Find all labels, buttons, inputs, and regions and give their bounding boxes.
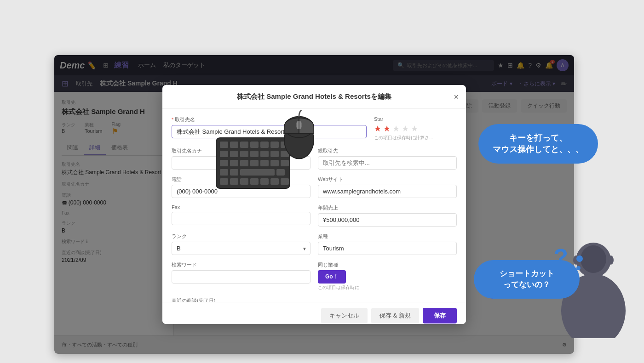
rank-label-modal: ランク — [172, 233, 310, 240]
kana-input[interactable] — [172, 156, 310, 170]
rank-select-wrapper: B A C — [172, 242, 310, 255]
stars-row: ★ ★ ★ ★ ★ — [374, 124, 457, 134]
phone-label: 電話 — [172, 176, 310, 183]
edit-modal: 株式会社 Sample Grand Hotels & Resortsを編集 × … — [162, 85, 466, 324]
circle-1 — [576, 255, 583, 262]
star-5[interactable]: ★ — [411, 124, 418, 134]
form-col-star: Star ★ ★ ★ ★ ★ この項目は保存時に計算さ... — [374, 116, 457, 141]
speech-bubble-2-text: ショートカットってないの？ — [500, 269, 554, 289]
industry-input[interactable] — [318, 242, 457, 255]
modal-body: 取引先名 Star ★ ★ ★ ★ ★ この項目は保存時に計算さ... — [162, 109, 466, 302]
same-industry-label: 同じ業種 — [318, 261, 457, 268]
svg-point-39 — [608, 255, 614, 265]
form-col-phone: 電話 — [172, 176, 310, 198]
star-4[interactable]: ★ — [402, 124, 409, 134]
form-col-industry: 業種 — [318, 233, 457, 255]
website-input[interactable] — [318, 185, 457, 198]
annual-sales-label: 年間売上 — [318, 204, 457, 211]
phone-input[interactable] — [172, 185, 310, 198]
star-1[interactable]: ★ — [374, 124, 381, 134]
same-industry-note: この項目は保存時に — [318, 284, 457, 291]
form-col-annual-sales: 年間売上 — [318, 204, 457, 227]
keyword-input[interactable] — [172, 270, 310, 284]
star-2[interactable]: ★ — [383, 124, 391, 134]
form-row-5: ランク B A C 業種 — [172, 233, 457, 255]
form-col-fax: Fax — [172, 204, 310, 227]
form-col-last-deal: 直近の商談(完了日) この項目は保存時に計算されます — [172, 297, 310, 302]
speech-bubble-1: キーを打って、マウス操作してと、、、 — [478, 124, 598, 164]
form-col-rank: ランク B A C — [172, 233, 310, 255]
fax-label: Fax — [172, 204, 310, 210]
form-row-3: 電話 Webサイト — [172, 176, 457, 198]
form-col-same-industry: 同じ業種 Go！ この項目は保存時に — [318, 261, 457, 291]
form-row-1: 取引先名 Star ★ ★ ★ ★ ★ この項目は保存時に計算さ... — [172, 116, 457, 141]
modal-close-button[interactable]: × — [454, 92, 459, 102]
form-col-empty — [318, 297, 457, 302]
form-col-keyword: 検索ワード — [172, 261, 310, 291]
modal-footer: キャンセル 保存 & 新規 保存 — [162, 302, 466, 324]
form-col-parent: 親取引先 — [318, 147, 457, 170]
modal-header: 株式会社 Sample Grand Hotels & Resortsを編集 × — [162, 85, 466, 109]
speech-bubble-1-text: キーを打って、マウス操作してと、、、 — [493, 133, 584, 154]
form-col-kana: 取引先名カナ — [172, 147, 310, 170]
website-label: Webサイト — [318, 176, 457, 183]
star-note: この項目は保存時に計算さ... — [374, 135, 457, 141]
company-name-label: 取引先名 — [172, 116, 367, 123]
go-button[interactable]: Go！ — [318, 270, 346, 284]
parent-account-input[interactable] — [318, 156, 457, 170]
industry-label-modal: 業種 — [318, 233, 457, 240]
cancel-button[interactable]: キャンセル — [321, 308, 368, 323]
modal-title: 株式会社 Sample Grand Hotels & Resortsを編集 — [237, 92, 391, 101]
form-row-4: Fax 年間売上 — [172, 204, 457, 227]
star-label: Star — [374, 116, 457, 122]
save-new-button[interactable]: 保存 & 新規 — [371, 308, 419, 323]
annual-sales-input[interactable] — [318, 213, 457, 227]
last-deal-label: 直近の商談(完了日) — [172, 297, 310, 302]
modal-overlay: 株式会社 Sample Grand Hotels & Resortsを編集 × … — [54, 55, 574, 354]
keyword-label-modal: 検索ワード — [172, 261, 310, 268]
rank-select[interactable]: B A C — [172, 242, 310, 255]
kana-label: 取引先名カナ — [172, 147, 310, 154]
form-row-2: 取引先名カナ 親取引先 — [172, 147, 457, 170]
parent-account-label: 親取引先 — [318, 147, 457, 154]
save-button[interactable]: 保存 — [423, 308, 457, 323]
company-name-input[interactable] — [172, 125, 367, 138]
form-col-company: 取引先名 — [172, 116, 367, 141]
speech-bubble-2: ショートカットってないの？ — [474, 260, 580, 299]
form-col-website: Webサイト — [318, 176, 457, 198]
app-window: Demc ✏️ ⊞ 練習 ホーム 私のターゲット 🔍 取引先およびその他を検索中… — [54, 55, 574, 354]
form-row-6: 検索ワード 同じ業種 Go！ この項目は保存時に — [172, 261, 457, 291]
form-row-7: 直近の商談(完了日) この項目は保存時に計算されます — [172, 297, 457, 302]
fax-input[interactable] — [172, 212, 310, 225]
star-3[interactable]: ★ — [392, 124, 400, 134]
